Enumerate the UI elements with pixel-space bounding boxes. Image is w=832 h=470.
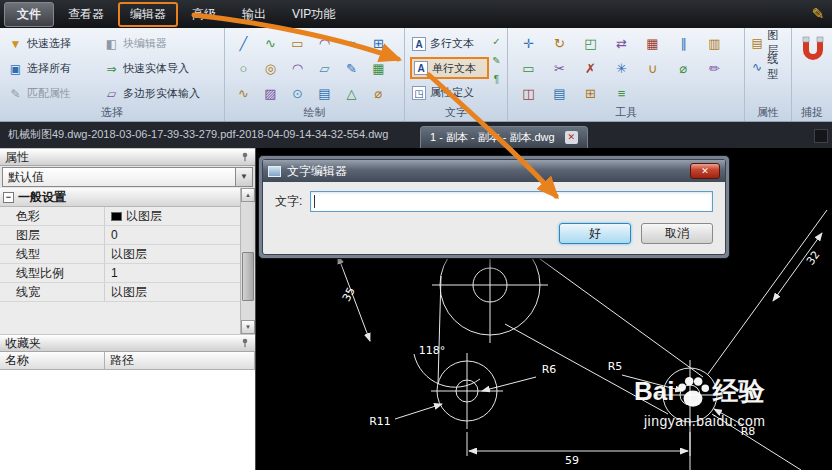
draw-tool-button[interactable]: ╱ xyxy=(240,36,248,51)
draw-tool-button[interactable]: ◎ xyxy=(265,61,276,76)
tool-button[interactable]: ↻ xyxy=(554,36,565,51)
select-all-button[interactable]: ▣ 选择所有 xyxy=(5,60,101,77)
property-value[interactable]: 1 xyxy=(105,266,240,280)
active-document-tab[interactable]: 1 - 副本 - 副本 - 副本.dwg ✕ xyxy=(420,126,588,148)
property-value[interactable]: 以图层 xyxy=(105,246,240,263)
document-path-tab[interactable]: 机械制图49.dwg-2018-03-06-17-39-33-279.pdf-2… xyxy=(0,127,420,148)
block-editor-button[interactable]: ◧ 块编辑器 xyxy=(101,35,219,52)
tab-close-icon[interactable]: ✕ xyxy=(565,131,578,144)
draw-tool-button[interactable]: ∿ xyxy=(265,36,276,51)
scroll-thumb[interactable] xyxy=(242,252,254,302)
dimension-label: R6 xyxy=(542,363,557,376)
column-header-name[interactable]: 名称 xyxy=(0,352,105,370)
draw-tool-button[interactable]: ▭ xyxy=(291,36,303,51)
dialog-titlebar[interactable]: 文字编辑器 ✕ xyxy=(263,160,725,182)
tool-button[interactable]: ▤ xyxy=(553,86,565,101)
chevron-down-icon[interactable]: ▼ xyxy=(235,168,252,186)
snap-magnet-icon[interactable] xyxy=(801,36,825,63)
tool-button[interactable]: ▥ xyxy=(708,36,720,51)
single-line-text-button[interactable]: A 单行文本 xyxy=(410,57,489,79)
draw-tool-button[interactable]: △ xyxy=(347,86,357,101)
paragraph-icon[interactable]: ¶ xyxy=(489,74,504,85)
tool-button[interactable]: ⇄ xyxy=(616,36,627,51)
menu-item-viewer[interactable]: 查看器 xyxy=(56,2,116,27)
ok-button[interactable]: 好 xyxy=(559,223,631,244)
pin-icon[interactable] xyxy=(240,338,250,348)
tool-button[interactable]: ◰ xyxy=(584,36,596,51)
scroll-track[interactable] xyxy=(241,202,255,320)
scrollbar[interactable]: ▲ ▼ xyxy=(240,188,255,334)
menu-item-output[interactable]: 输出 xyxy=(230,2,278,27)
menu-item-vip[interactable]: VIP功能 xyxy=(280,2,347,27)
match-properties-button[interactable]: ✎ 匹配属性 xyxy=(5,85,101,102)
quick-entity-import-button[interactable]: ⇒ 快速实体导入 xyxy=(101,60,219,77)
draw-tool-button[interactable]: ∿ xyxy=(238,86,249,101)
tool-button[interactable]: ✏ xyxy=(709,61,720,76)
property-value[interactable]: 以图层 xyxy=(105,284,240,301)
text-input[interactable] xyxy=(310,191,713,212)
edit-text-icon[interactable]: ✎ xyxy=(489,55,504,66)
menu-item-editor[interactable]: 编辑器 xyxy=(118,2,178,27)
tool-button[interactable]: ≡ xyxy=(618,86,626,101)
favorites-list[interactable] xyxy=(0,370,255,470)
menu-item-file[interactable]: 文件 xyxy=(4,2,54,27)
ribbon-group-draw: ╱ ∿ ▭ ◠ ≈ ⊞ ○ ◎ ◠ ▱ ✎ ▦ ∿ ▨ ⊙ ▤ △ ⌀ 绘制 xyxy=(225,28,405,121)
tool-button[interactable]: ✂ xyxy=(554,61,565,76)
draw-tool-button[interactable]: ▱ xyxy=(320,61,330,76)
tool-button[interactable]: ✛ xyxy=(523,36,534,51)
cancel-button[interactable]: 取消 xyxy=(641,223,713,244)
dialog-close-button[interactable]: ✕ xyxy=(690,163,720,179)
tool-button[interactable]: ▦ xyxy=(646,36,658,51)
tool-button[interactable]: ✗ xyxy=(585,61,596,76)
draw-tool-button[interactable]: ◠ xyxy=(319,36,330,51)
button-label: 线型 xyxy=(767,52,788,82)
property-group-header[interactable]: − 一般设置 xyxy=(0,188,240,207)
left-panel: 属性 默认值 ▼ − 一般设置 色彩 以图层 xyxy=(0,148,256,470)
tool-button[interactable]: ◫ xyxy=(522,86,534,101)
column-header-path[interactable]: 路径 xyxy=(105,352,255,370)
draw-tool-button[interactable]: ▤ xyxy=(318,86,330,101)
property-value[interactable]: 以图层 xyxy=(105,208,240,225)
polygon-entity-input-button[interactable]: ▱ 多边形实体输入 xyxy=(101,85,219,102)
menu-item-advanced[interactable]: 高级 xyxy=(180,2,228,27)
group-label-draw: 绘制 xyxy=(225,105,404,120)
button-label: 快速选择 xyxy=(27,36,71,51)
preset-dropdown[interactable]: 默认值 ▼ xyxy=(2,167,253,187)
multiline-text-button[interactable]: A 多行文本 xyxy=(410,31,489,56)
scroll-up-icon[interactable]: ▲ xyxy=(241,188,255,202)
linetype-button[interactable]: ∿ 线型 xyxy=(750,55,788,79)
property-label: 线型 xyxy=(0,245,105,263)
collapse-icon[interactable]: − xyxy=(3,192,14,203)
tool-button[interactable]: ⌀ xyxy=(680,61,688,76)
edit-pencil-icon[interactable]: ✎ xyxy=(811,5,824,23)
tool-button[interactable]: ✳ xyxy=(616,61,627,76)
pin-icon[interactable] xyxy=(240,152,250,162)
draw-tool-button[interactable]: ○ xyxy=(240,61,248,76)
quick-select-button[interactable]: ▼ 快速选择 xyxy=(5,35,101,52)
draw-tool-button[interactable]: ▨ xyxy=(264,86,276,101)
cad-editor-window: 文件 查看器 编辑器 高级 输出 VIP功能 ✎ ▼ 快速选择 ◧ 块编辑器 ▣… xyxy=(0,0,832,470)
tool-button[interactable]: ∪ xyxy=(648,61,658,76)
draw-tool-button[interactable]: ▦ xyxy=(372,61,384,76)
tool-button[interactable]: ▭ xyxy=(522,61,534,76)
draw-tool-button[interactable]: ⊞ xyxy=(373,36,384,51)
property-row: 图层 0 xyxy=(0,226,240,245)
draw-tool-button[interactable]: ⊙ xyxy=(292,86,303,101)
ribbon-group-snap: 捕捉 xyxy=(792,28,832,121)
draw-tool-button[interactable]: ≈ xyxy=(348,36,355,51)
value-text: 1 xyxy=(111,266,118,280)
draw-tool-button[interactable]: ◠ xyxy=(292,61,303,76)
favorites-columns: 名称 路径 xyxy=(0,352,255,370)
text-a-icon: A xyxy=(414,61,428,75)
draw-tool-button[interactable]: ✎ xyxy=(346,61,357,76)
attribute-define-button[interactable]: ◳ 属性定义 xyxy=(410,80,489,105)
spell-check-icon[interactable]: ✓ xyxy=(489,36,504,47)
tab-scroll-button[interactable] xyxy=(814,129,828,143)
tool-button[interactable]: ⊞ xyxy=(585,86,596,101)
attribute-icon: ◳ xyxy=(412,86,426,100)
draw-tool-button[interactable]: ⌀ xyxy=(375,86,383,101)
ribbon-group-text: A 多行文本 A 单行文本 ◳ 属性定义 ✓ ✎ ¶ 文字 xyxy=(405,28,508,121)
property-value[interactable]: 0 xyxy=(105,228,240,242)
scroll-down-icon[interactable]: ▼ xyxy=(241,320,255,334)
tool-button[interactable]: ∥ xyxy=(680,36,687,51)
